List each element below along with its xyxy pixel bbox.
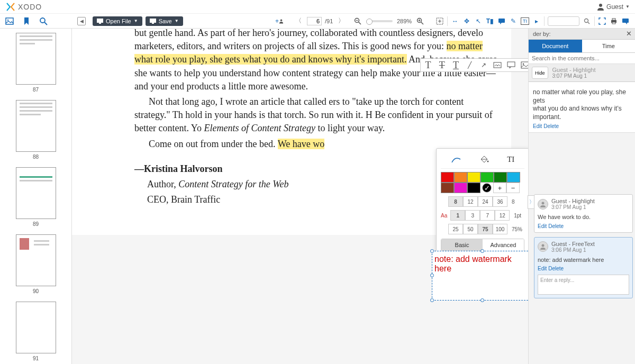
close-panel-icon[interactable]: ✕	[626, 30, 632, 38]
color-swatch[interactable]	[494, 172, 507, 183]
opacity-option[interactable]: 50	[463, 224, 478, 234]
edit-comment-link[interactable]: Edit	[533, 123, 542, 129]
font-size-option[interactable]: 12	[463, 196, 478, 207]
user-menu[interactable]: Guest ▼	[597, 3, 630, 11]
stroke-width-option[interactable]: 7	[480, 210, 495, 221]
zoom-in-icon[interactable]	[416, 17, 424, 25]
add-user-icon[interactable]: +	[275, 17, 284, 25]
page-thumbnail[interactable]	[16, 100, 56, 152]
opacity-option[interactable]: 25	[448, 224, 463, 234]
stroke-width-option[interactable]: 12	[495, 210, 510, 221]
next-page-button[interactable]: 〉	[336, 16, 347, 25]
fullscreen-icon[interactable]	[598, 17, 606, 25]
text-style-icon[interactable]: TI	[507, 155, 514, 164]
document-viewport[interactable]: but gentle hand. As part of her hero's j…	[72, 29, 528, 364]
zoom-slider[interactable]	[366, 20, 393, 22]
page-thumbnail[interactable]	[16, 167, 56, 219]
search-icon[interactable]	[39, 17, 48, 25]
comments-search-input[interactable]	[529, 53, 635, 64]
color-swatch[interactable]	[441, 183, 454, 193]
opacity-option[interactable]: 100	[493, 224, 507, 234]
color-swatch[interactable]	[454, 172, 467, 183]
pan-tool-icon[interactable]: ✥	[462, 17, 471, 25]
edit-comment-link[interactable]: Edit	[538, 223, 547, 229]
color-swatch[interactable]	[467, 183, 480, 193]
resize-handle[interactable]	[430, 274, 434, 277]
image-icon[interactable]	[5, 17, 14, 25]
toolbar-search-input[interactable]	[548, 16, 579, 26]
arrow-tool-icon[interactable]: ↗	[479, 60, 488, 70]
freehand-icon[interactable]	[451, 155, 461, 163]
page-number-input[interactable]	[307, 17, 322, 25]
add-color-button[interactable]: +	[493, 183, 506, 193]
open-file-button[interactable]: Open File ▼	[93, 16, 142, 26]
basic-mode-tab[interactable]: Basic	[441, 239, 483, 251]
tab-time[interactable]: Time	[582, 40, 636, 52]
note-tool-icon[interactable]	[507, 60, 515, 70]
collapse-sidebar-button[interactable]: ◀	[77, 17, 86, 25]
edit-text-icon[interactable]: ✎	[509, 17, 518, 25]
comment-body: note: add watermark here	[538, 256, 629, 263]
save-button[interactable]: Save ▼	[146, 16, 183, 26]
edit-comment-link[interactable]: Edit	[538, 266, 547, 271]
comment-item[interactable]: Guest - Highlight 3:07 PM Aug 1 We have …	[534, 194, 633, 232]
color-swatch[interactable]	[454, 183, 467, 193]
comment-body: We have work to do.	[538, 213, 629, 221]
stroke-width-option[interactable]: 3	[465, 210, 480, 221]
bookmark-icon[interactable]	[22, 17, 31, 25]
color-swatch[interactable]	[441, 172, 454, 183]
text-tool-icon[interactable]: T	[424, 60, 432, 70]
search-icon[interactable]	[583, 17, 591, 25]
resize-handle[interactable]	[480, 249, 484, 253]
prev-page-button[interactable]: 〈	[293, 16, 304, 25]
font-size-option[interactable]: 8	[448, 196, 463, 207]
page-thumbnail[interactable]	[16, 33, 56, 85]
select-arrow-icon[interactable]: ↖	[474, 17, 483, 25]
freetext-content[interactable]: note: add watermark here	[432, 251, 528, 277]
advanced-mode-tab[interactable]: Advanced	[483, 239, 524, 251]
comment-body: no matter what role you play, she getswh…	[533, 88, 631, 121]
underline-tool-icon[interactable]: T	[451, 60, 460, 70]
print-icon[interactable]	[610, 17, 618, 25]
reply-input[interactable]: Enter a reply...	[538, 275, 629, 295]
font-size-option[interactable]: 36	[493, 196, 507, 207]
pan-horizontal-icon[interactable]: ↔	[451, 17, 459, 25]
line-tool-icon[interactable]: ╱	[466, 60, 474, 70]
marquee-zoom-icon[interactable]	[436, 17, 444, 25]
color-swatch[interactable]	[480, 172, 494, 183]
fill-icon[interactable]	[479, 155, 489, 163]
color-swatch[interactable]	[507, 172, 520, 183]
svg-point-36	[542, 244, 545, 247]
freetext-annotation[interactable]: note: add watermark here	[432, 251, 528, 301]
stroke-width-option[interactable]: 1	[450, 210, 465, 221]
delete-comment-link[interactable]: Delete	[543, 123, 559, 129]
highlight-annotation[interactable]: We have wo	[278, 139, 325, 149]
color-swatch[interactable]	[467, 172, 480, 183]
comment-item-selected[interactable]: Guest - FreeText 3:06 PM Aug 1 note: add…	[534, 237, 633, 298]
hide-comment-button[interactable]: Hide	[532, 67, 548, 79]
page-thumbnail[interactable]	[16, 234, 56, 286]
tab-document[interactable]: Document	[529, 40, 582, 52]
thumbnails-sidebar[interactable]: 87 88 89 90 91	[0, 29, 72, 364]
comment-icon[interactable]	[497, 17, 506, 25]
resize-handle[interactable]	[480, 298, 484, 302]
opacity-option[interactable]: 75	[478, 224, 493, 234]
delete-comment-link[interactable]: Delete	[548, 266, 564, 271]
page-thumbnail[interactable]	[16, 302, 56, 353]
text-box-icon[interactable]: TI	[521, 17, 529, 25]
resize-handle[interactable]	[430, 249, 434, 253]
svg-rect-28	[507, 62, 515, 67]
font-size-option[interactable]: 24	[478, 196, 493, 207]
color-check-icon[interactable]: ✓	[482, 183, 492, 193]
zoom-out-icon[interactable]	[353, 17, 362, 25]
chat-icon[interactable]	[621, 17, 630, 25]
delete-comment-link[interactable]: Delete	[548, 223, 564, 229]
signature-tool-icon[interactable]	[493, 60, 502, 70]
resize-handle[interactable]	[430, 298, 434, 302]
comment-item[interactable]: Hide Guest - Highlight 3:07 PM Aug 1	[529, 64, 635, 82]
strikeout-tool-icon[interactable]: T	[438, 60, 446, 70]
more-tools-icon[interactable]: ▸	[532, 17, 541, 25]
image-tool-icon[interactable]	[521, 60, 528, 70]
text-select-icon[interactable]: T▮	[486, 17, 494, 25]
remove-color-button[interactable]: −	[506, 183, 520, 193]
